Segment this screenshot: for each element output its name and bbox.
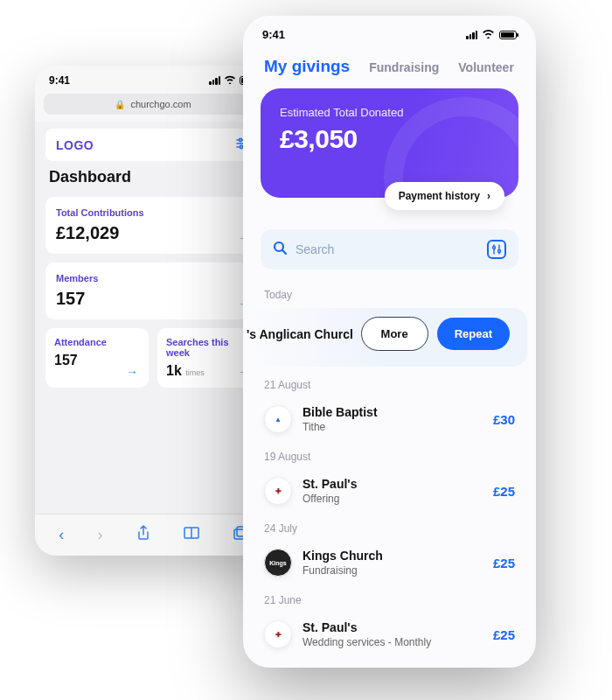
church-avatar: Kings [264, 549, 292, 577]
browser-phone: 9:41 🔒 churchgo.com LOGO Dashboard Total… [35, 66, 271, 556]
section-date: 21 August [243, 374, 536, 396]
share-icon[interactable] [136, 525, 150, 545]
hero-label: Estimated Total Donated [280, 106, 499, 119]
svg-point-3 [239, 138, 241, 141]
tab-volunteer[interactable]: Volunteer [458, 60, 514, 74]
bookmarks-icon[interactable] [184, 526, 199, 544]
status-time: 9:41 [49, 74, 70, 87]
section-date: 19 April [243, 661, 536, 668]
hero-amount: £3,050 [280, 124, 499, 154]
card-label: Members [56, 273, 250, 284]
card-value: 157 [56, 289, 250, 309]
svg-line-9 [282, 250, 286, 254]
card-contributions[interactable]: Total Contributions £12,029 → [45, 197, 261, 254]
payment-history-button[interactable]: Payment history › [385, 182, 504, 210]
giving-sub: Tithe [303, 421, 483, 433]
forward-icon[interactable]: › [98, 526, 103, 544]
church-avatar: ✚ [264, 477, 292, 505]
giving-title: Kings Church [303, 549, 483, 563]
url-bar[interactable]: 🔒 churchgo.com [44, 94, 262, 115]
section-today: Today [243, 284, 536, 306]
search-icon [273, 241, 287, 258]
repeat-button[interactable]: Repeat [437, 318, 510, 350]
search-filter-icon[interactable] [487, 240, 506, 259]
wifi-icon [224, 74, 236, 87]
giving-text: St. Paul'sOffering [303, 477, 483, 505]
browser-toolbar: ‹ › [35, 514, 271, 556]
giving-text: Bible BaptistTithe [303, 405, 483, 433]
chevron-right-icon: › [487, 190, 490, 202]
card-attendance[interactable]: Attendance 157 → [45, 328, 149, 388]
card-label: Total Contributions [56, 207, 250, 218]
section-date: 24 July [243, 517, 536, 540]
giving-text: Kings ChurchFundraising [303, 549, 483, 577]
giving-item[interactable]: ✚St. Paul'sOffering£25 [243, 468, 536, 517]
today-item-title: 's Anglican Church [243, 327, 352, 341]
svg-point-12 [493, 247, 496, 249]
giving-item[interactable]: ✚St. Paul'sWedding services - Monthly£25 [243, 612, 536, 661]
giving-title: St. Paul's [303, 620, 483, 634]
card-row: Attendance 157 → Searches this week 1k t… [45, 328, 261, 396]
giving-sub: Offering [303, 493, 483, 505]
tab-bar: My givings Fundraising Volunteer [243, 48, 536, 88]
status-bar: 9:41 [243, 16, 536, 48]
payment-history-label: Payment history [399, 190, 480, 202]
page-content: LOGO Dashboard Total Contributions £12,0… [35, 122, 271, 514]
card-label: Searches this week [166, 337, 252, 358]
logo-bar: LOGO [45, 129, 261, 161]
giving-item[interactable]: ▲Bible BaptistTithe£30 [243, 396, 536, 445]
status-icons [466, 28, 517, 41]
search-bar[interactable]: Search [261, 229, 518, 270]
wifi-icon [482, 28, 495, 41]
giving-sub: Fundraising [303, 564, 483, 577]
battery-icon [499, 31, 517, 39]
giving-amount: £25 [493, 556, 515, 570]
tab-givings[interactable]: My givings [264, 57, 350, 76]
card-members[interactable]: Members 157 → [45, 262, 261, 319]
search-placeholder: Search [296, 242, 478, 256]
giving-item[interactable]: KingsKings ChurchFundraising£25 [243, 540, 536, 589]
giving-text: St. Paul'sWedding services - Monthly [303, 620, 483, 648]
givings-list: 21 August▲Bible BaptistTithe£3019 August… [243, 374, 536, 661]
lock-icon: 🔒 [115, 100, 125, 109]
status-bar: 9:41 [35, 66, 271, 90]
section-date: 19 August [243, 445, 536, 468]
giving-amount: £25 [493, 484, 515, 499]
hero-wrap: Estimated Total Donated £3,050 Payment h… [243, 88, 536, 198]
signal-icon [209, 76, 220, 85]
giving-amount: £25 [493, 627, 515, 642]
page-title: Dashboard [49, 168, 257, 186]
today-item: 's Anglican Church More Repeat [243, 308, 527, 367]
url-text: churchgo.com [130, 99, 191, 109]
arrow-right-icon: → [126, 365, 138, 379]
section-date: 21 June [243, 589, 536, 612]
logo: LOGO [56, 138, 94, 152]
card-value: £12,029 [56, 223, 250, 243]
tab-fundraising[interactable]: Fundraising [369, 60, 439, 74]
card-label: Attendance [54, 337, 140, 347]
signal-icon [466, 31, 477, 39]
svg-point-13 [498, 250, 501, 253]
back-icon[interactable]: ‹ [59, 526, 64, 544]
more-button[interactable]: More [361, 317, 428, 351]
giving-amount: £30 [493, 412, 515, 427]
app-phone: 9:41 My givings Fundraising Volunteer Es… [243, 16, 536, 668]
giving-title: Bible Baptist [303, 405, 483, 419]
status-time: 9:41 [262, 28, 285, 41]
church-avatar: ✚ [264, 620, 292, 648]
giving-sub: Wedding services - Monthly [303, 636, 483, 648]
church-avatar: ▲ [264, 405, 292, 433]
giving-title: St. Paul's [303, 477, 483, 491]
